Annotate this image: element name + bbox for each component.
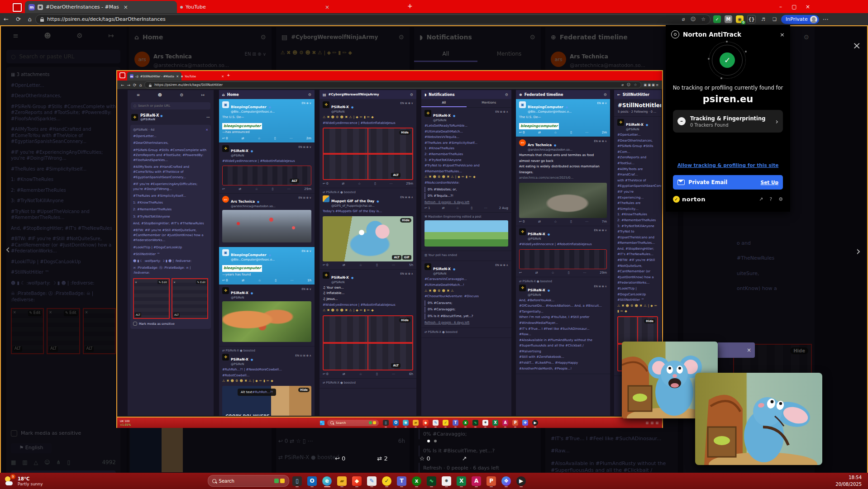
post-actions[interactable]: ↩ 0⇄☆▯⋯5h xyxy=(323,263,413,267)
compose-tool-icon[interactable]: ▯ xyxy=(67,459,71,466)
post[interactable]: ⇄ PSiReN-X ● boosted PSiReN-X ●@PSiReN E… xyxy=(516,277,610,375)
alt-badge[interactable]: ALT xyxy=(391,173,401,177)
post-media[interactable]: Hide ALT xyxy=(323,128,413,180)
modal-prev-arrow[interactable]: ‹ xyxy=(5,242,10,256)
address-bar[interactable]: https://psiren.eu/deck/tags/DearOtherIns… xyxy=(35,14,711,24)
hide-button[interactable]: Hide xyxy=(399,318,410,323)
post-media[interactable] xyxy=(222,301,311,342)
poll-option[interactable]: Refresh · 0 people · 6 days left xyxy=(419,463,536,473)
sidebar-nav-icon[interactable]: ↦ xyxy=(108,32,114,40)
new-tab-button[interactable]: + xyxy=(407,2,413,9)
taskbar-app-icon[interactable]: ▶ xyxy=(515,474,528,488)
sensitive-checkbox-row[interactable]: Mark media as sensitive xyxy=(11,430,116,437)
screenshot-image[interactable]: m ◁) #StillNotHitler - #Mastodon × YouTu… xyxy=(117,71,662,427)
post-actions[interactable]: ↩ 0⇄☆▯⋯1h xyxy=(222,279,311,282)
browser-menu-button[interactable]: ⋯ xyxy=(823,16,829,23)
refresh-button[interactable]: ⟳ xyxy=(16,16,21,23)
sidebar-nav-icon[interactable]: ≡ xyxy=(13,32,19,40)
post[interactable]: BleepingComputer ●@Ble...Computer@infose… xyxy=(219,247,315,285)
hide-button[interactable]: Hide xyxy=(399,130,410,135)
post-media[interactable] xyxy=(222,210,311,242)
favorite-star-icon[interactable]: ☆ xyxy=(701,16,706,22)
close-button[interactable]: × xyxy=(802,0,814,13)
post[interactable]: ⇄ PSiReN-X ● boosted ● ↩ ⇄☆▯⋯ xyxy=(421,328,511,338)
tab-close-icon[interactable]: × xyxy=(325,4,329,10)
edit-attachment-button[interactable]: ✎ Edit xyxy=(28,310,42,316)
attachment-thumb[interactable]: ×ALT xyxy=(83,308,116,354)
sidebar-nav-icon[interactable]: ☻ xyxy=(44,32,51,40)
post[interactable]: BleepingComputer ●@Ble...Computer@infose… xyxy=(219,99,315,143)
feedback-icon[interactable]: ☺ xyxy=(691,16,696,22)
settings-gear-icon[interactable]: ⚙ xyxy=(778,196,783,202)
post-actions[interactable]: ↩ 1⇄☆▯⋯2 Aug xyxy=(424,206,508,210)
weather-widget[interactable]: 9 18°CPartly sunny xyxy=(5,476,43,486)
favorite-action[interactable]: ☆ 0 xyxy=(420,455,430,462)
taskbar-app-icon[interactable]: ∿ xyxy=(425,474,439,488)
post[interactable]: ⇄ PSiReN-X ● boosted Muppet GIF of the D… xyxy=(320,188,416,270)
poll-option[interactable]: 0% #Caravaggio; xyxy=(419,429,536,439)
compose-draft[interactable]: ▦ 3 attachments #OpenLetter...#DearOther… xyxy=(6,67,120,487)
post[interactable]: PSiReN-X ●@PSiReN EN ⊞ ⊕ ∧ ♫ Your own...… xyxy=(320,270,416,379)
sidebar-nav-icon[interactable]: ⚙ xyxy=(76,32,82,40)
boost-action[interactable]: ⇄ 2 xyxy=(377,455,387,462)
post[interactable]: PSiReN-X ●@PSiReN EN ⊞ ⊕ ∨ #WideEyedInno… xyxy=(516,226,610,277)
post-actions[interactable]: ↩ 0⇄☆▯⋯29m xyxy=(323,182,413,185)
attachment-thumb[interactable]: ×✎ EditALT xyxy=(11,308,44,354)
back-button[interactable]: ← xyxy=(4,16,9,23)
gear-icon[interactable]: ⚙ xyxy=(529,33,535,41)
notification-toast[interactable]: × xyxy=(718,342,755,358)
search-input[interactable]: ○Search or paste URL xyxy=(6,50,120,63)
tab-youtube[interactable]: YouTube × xyxy=(176,1,333,13)
modal-next-arrow[interactable]: › xyxy=(856,244,861,258)
open-external-icon[interactable]: ↗ xyxy=(759,196,763,202)
post[interactable]: ▥ Your poll has ended ● ↩ ⇄☆▯⋯ xyxy=(421,251,511,261)
gear-icon[interactable]: ⚙ xyxy=(398,33,404,41)
post-actions[interactable]: ↩ ⇄☆▯⋯29m xyxy=(222,187,311,191)
popup-close-icon[interactable]: × xyxy=(780,31,785,38)
gear-icon[interactable]: ⚙ xyxy=(260,33,266,41)
post[interactable]: PSiReN-X ●@PSiReN #OpenLetter...#DearOth… xyxy=(614,117,661,376)
extension-icon[interactable]: ♬ xyxy=(759,15,767,23)
taskbar-app-icon[interactable]: x xyxy=(410,474,424,488)
minimize-button[interactable]: – xyxy=(775,0,787,13)
remove-attachment-icon[interactable]: × xyxy=(13,310,16,315)
hide-button[interactable]: Hide xyxy=(400,218,411,223)
compose-tool-icon[interactable]: △ xyxy=(34,459,38,466)
extension-icon[interactable]: {} xyxy=(747,15,756,24)
post-actions[interactable]: ↩ ⇄☆▯⋯29m xyxy=(519,271,607,275)
attachment-thumb[interactable]: ×✎ EditALT xyxy=(47,308,80,354)
maximize-button[interactable]: ▢ xyxy=(788,0,800,13)
compose-tool-icon[interactable]: ▦ xyxy=(11,459,16,466)
post-media[interactable]: Alt text#RuhRoh...?! COOBY DO! WHERE ARE… xyxy=(222,386,311,416)
alt-badge[interactable]: ALT xyxy=(290,179,299,183)
home-button[interactable]: ⌂ xyxy=(28,16,32,23)
clock[interactable]: 18:54 20/08/2025 xyxy=(835,474,862,488)
post-media[interactable] xyxy=(519,249,607,269)
post-media[interactable] xyxy=(519,183,607,218)
tracking-card[interactable]: – Tracking & Fingerprinting0 Trackers Fo… xyxy=(673,110,783,133)
remove-attachment-icon[interactable]: × xyxy=(85,310,88,315)
post[interactable]: PSiReN-X ●@PSiReN EN ⊞ ⊕ ∧ #LetsGetReady… xyxy=(421,108,511,213)
gear-icon[interactable]: ⚙ xyxy=(803,33,809,41)
post-media[interactable] xyxy=(424,220,508,247)
alt-badge[interactable]: ALT xyxy=(392,255,401,260)
post[interactable]: ⇄ PSiReN-X ● boosted PSiReN-X ●@PSiReN E… xyxy=(219,347,315,416)
post-actions[interactable]: ↩ 0 ⇄ ☆ ▯ ⋯ xyxy=(278,438,313,444)
extension-icon[interactable]: M xyxy=(725,15,732,23)
extension-icon[interactable]: ◉ 0 xyxy=(736,15,744,23)
post[interactable]: Ars Technica ●@arstechnica@mastodon.so..… xyxy=(516,137,610,226)
taskbar-app-icon[interactable]: ✎ xyxy=(365,474,379,488)
post[interactable]: ⇄ PSiReN-X ● boosted ● ↩ ⇄☆▯⋯ xyxy=(320,379,416,389)
post-actions[interactable]: ↩ 0⇄☆▯⋯2m xyxy=(519,131,607,134)
tab-all[interactable]: All xyxy=(414,47,477,62)
chevron-right-icon[interactable]: › xyxy=(776,117,778,126)
edit-attachment-button[interactable]: ✎ Edit xyxy=(64,310,78,316)
taskbar-app-icon[interactable]: O xyxy=(305,474,319,488)
setup-link[interactable]: Set Up xyxy=(761,180,778,185)
taskbar-app-icon[interactable]: ⁕ xyxy=(440,474,453,488)
tab-dearotherinstances[interactable]: m ▣ #DearOtherInstances - #Mas × xyxy=(25,1,177,13)
url-text[interactable]: https://psiren.eu/deck/tags/DearOtherIns… xyxy=(47,16,166,22)
post[interactable]: PSiReN-X ●@PSiReN EN ⊞ ⊕ ∨ ⚠ ✖ ☻ ⚙ ☻ ✖ ⚠… xyxy=(320,99,416,188)
taskbar-app-icon[interactable]: X xyxy=(455,474,468,488)
tracking-prevention-icon[interactable]: ⌀ xyxy=(682,16,685,22)
